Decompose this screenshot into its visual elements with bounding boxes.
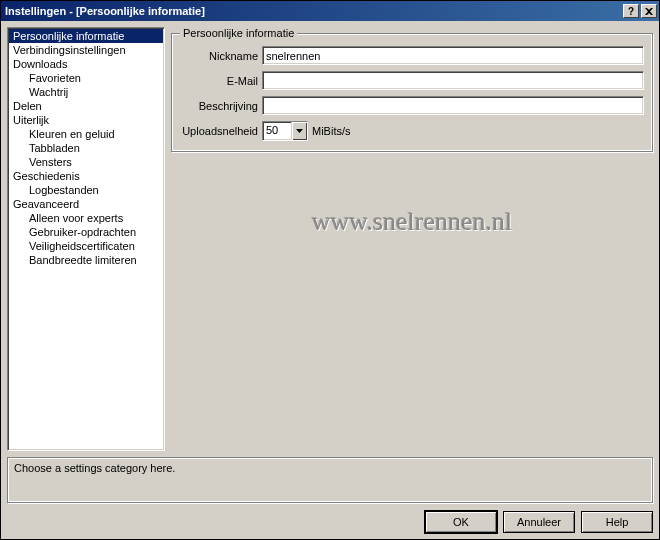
settings-window: Instellingen - [Persoonlijke informatie]… <box>0 0 660 540</box>
email-input[interactable] <box>262 71 644 90</box>
main-pane: Persoonlijke informatie Nickname E-Mail … <box>171 27 653 451</box>
personal-info-group: Persoonlijke informatie Nickname E-Mail … <box>171 33 653 152</box>
upper-area: Persoonlijke informatieVerbindingsinstel… <box>7 27 653 451</box>
upload-speed-value: 50 <box>263 122 291 140</box>
upload-label: Uploadsnelheid <box>180 125 262 137</box>
sidebar-item[interactable]: Uiterlijk <box>9 113 163 127</box>
nickname-label: Nickname <box>180 50 262 62</box>
sidebar-item[interactable]: Wachtrij <box>9 85 163 99</box>
watermark-text: www.snelrennen.nl <box>312 207 512 237</box>
sidebar-item[interactable]: Logbestanden <box>9 183 163 197</box>
ok-button[interactable]: OK <box>425 511 497 533</box>
upload-speed-combo[interactable]: 50 <box>262 121 308 141</box>
hint-box: Choose a settings category here. <box>7 457 653 503</box>
sidebar-item[interactable]: Alleen voor experts <box>9 211 163 225</box>
sidebar-item[interactable]: Bandbreedte limiteren <box>9 253 163 267</box>
sidebar-item[interactable]: Persoonlijke informatie <box>9 29 163 43</box>
email-label: E-Mail <box>180 75 262 87</box>
sidebar-item[interactable]: Downloads <box>9 57 163 71</box>
sidebar-item[interactable]: Favorieten <box>9 71 163 85</box>
upload-unit: MiBits/s <box>312 125 351 137</box>
close-button[interactable] <box>641 4 657 18</box>
nickname-row: Nickname <box>180 46 644 65</box>
cancel-button[interactable]: Annuleer <box>503 511 575 533</box>
footer-buttons: OK Annuleer Help <box>7 509 653 533</box>
upload-row: Uploadsnelheid 50 MiBits/s <box>180 121 644 141</box>
sidebar-item[interactable]: Verbindingsinstellingen <box>9 43 163 57</box>
sidebar-item[interactable]: Geschiedenis <box>9 169 163 183</box>
sidebar-item[interactable]: Kleuren en geluid <box>9 127 163 141</box>
help-button[interactable]: ? <box>623 4 639 18</box>
window-title: Instellingen - [Persoonlijke informatie] <box>5 5 621 17</box>
sidebar-item[interactable]: Veiligheidscertificaten <box>9 239 163 253</box>
sidebar-item[interactable]: Tabbladen <box>9 141 163 155</box>
chevron-down-icon[interactable] <box>291 122 307 140</box>
help-footer-button[interactable]: Help <box>581 511 653 533</box>
category-sidebar[interactable]: Persoonlijke informatieVerbindingsinstel… <box>7 27 165 451</box>
nickname-input[interactable] <box>262 46 644 65</box>
sidebar-item[interactable]: Vensters <box>9 155 163 169</box>
email-row: E-Mail <box>180 71 644 90</box>
group-legend: Persoonlijke informatie <box>180 27 297 39</box>
sidebar-item[interactable]: Geavanceerd <box>9 197 163 211</box>
titlebar: Instellingen - [Persoonlijke informatie]… <box>1 1 659 21</box>
description-label: Beschrijving <box>180 100 262 112</box>
description-input[interactable] <box>262 96 644 115</box>
sidebar-item[interactable]: Delen <box>9 99 163 113</box>
description-row: Beschrijving <box>180 96 644 115</box>
hint-text: Choose a settings category here. <box>14 462 175 474</box>
window-body: Persoonlijke informatieVerbindingsinstel… <box>1 21 659 539</box>
sidebar-item[interactable]: Gebruiker-opdrachten <box>9 225 163 239</box>
